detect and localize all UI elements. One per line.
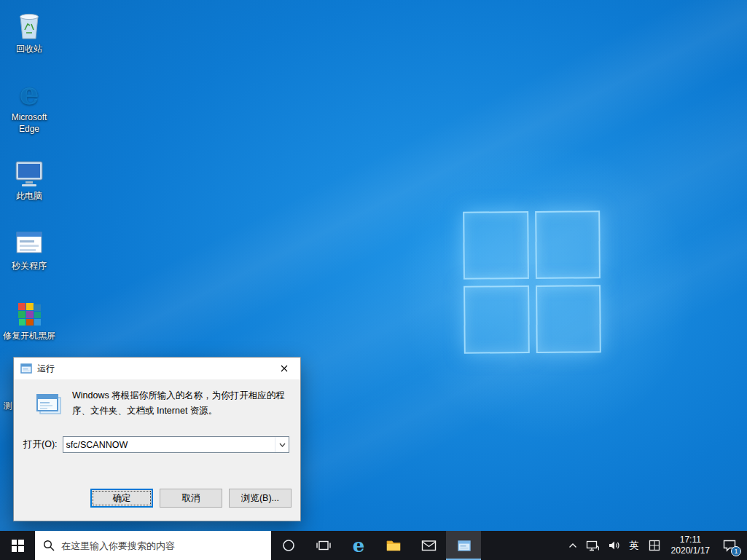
desktop-icon-recycle-bin[interactable]: 回收站 xyxy=(1,9,57,55)
windows-logo-pane xyxy=(463,211,528,280)
clock-time: 17:11 xyxy=(680,535,701,545)
edge-icon: e xyxy=(1,77,57,109)
combobox-dropdown-button[interactable] xyxy=(275,437,289,452)
task-view-icon xyxy=(316,539,332,552)
cancel-button[interactable]: 取消 xyxy=(160,489,222,508)
desktop-icon-label: 秒关程序 xyxy=(1,261,57,272)
cortana-icon xyxy=(282,539,295,552)
taskbar-clock[interactable]: 17:11 2020/1/17 xyxy=(665,531,716,560)
speaker-icon xyxy=(608,540,620,551)
windows-start-icon xyxy=(12,540,24,552)
folder-icon xyxy=(386,539,402,552)
taskbar: e xyxy=(0,531,747,560)
chevron-up-icon xyxy=(568,543,577,548)
run-command-icon xyxy=(34,393,63,417)
task-view-button[interactable] xyxy=(306,531,341,560)
network-tray-button[interactable] xyxy=(582,531,603,560)
ok-button[interactable]: 确定 xyxy=(90,489,153,508)
clock-date: 2020/1/17 xyxy=(671,545,710,556)
computer-icon xyxy=(1,156,57,188)
recycle-bin-icon xyxy=(1,9,57,41)
desktop-icon-label: 此电脑 xyxy=(1,191,57,202)
edge-icon: e xyxy=(353,536,365,555)
file-explorer-button[interactable] xyxy=(376,531,411,560)
taskbar-search[interactable] xyxy=(35,531,271,560)
run-dialog-icon xyxy=(20,363,32,374)
cortana-button[interactable] xyxy=(271,531,306,560)
desktop-icon-microsoft-edge[interactable]: e Microsoft Edge xyxy=(1,77,57,135)
run-dialog-titlebar[interactable]: 运行 xyxy=(14,358,300,379)
desktop-icon-label: 回收站 xyxy=(1,44,57,55)
language-indicator[interactable]: 英 xyxy=(625,531,644,560)
run-dialog-description: Windows 将根据你所输入的名称，为你打开相应的程序、文件夹、文档或 Int… xyxy=(72,388,292,418)
windows-logo-pane xyxy=(536,285,601,353)
search-input[interactable] xyxy=(61,540,271,551)
run-app-icon xyxy=(455,539,472,553)
action-center-button[interactable]: 1 xyxy=(716,531,746,560)
notification-badge: 1 xyxy=(731,546,741,556)
desktop-icon-this-pc[interactable]: 此电脑 xyxy=(1,156,57,202)
tray-overflow-button[interactable] xyxy=(564,531,582,560)
network-icon xyxy=(586,540,599,551)
chevron-down-icon xyxy=(279,443,286,447)
mail-icon xyxy=(421,540,437,551)
ime-grid-icon xyxy=(649,540,660,551)
ime-mode-button[interactable] xyxy=(644,531,665,560)
program-window-icon xyxy=(1,226,57,258)
browse-button[interactable]: 浏览(B)... xyxy=(229,489,292,508)
run-dialog: 运行 Windows 将根据你所输入的名称，为你打开相应的程序、文件夹、文档或 … xyxy=(13,357,301,521)
desktop-icon-label: 修复开机黑屏 xyxy=(1,331,57,342)
volume-tray-button[interactable] xyxy=(603,531,625,560)
open-input[interactable] xyxy=(63,438,275,451)
windows-logo-pane xyxy=(464,285,529,354)
close-button[interactable] xyxy=(267,358,300,379)
run-app-taskbar-button[interactable] xyxy=(446,531,481,560)
system-tray: 英 17:11 2020/1/17 1 xyxy=(564,531,747,560)
desktop-icon-quick-close-app[interactable]: 秒关程序 xyxy=(1,226,57,272)
edge-taskbar-button[interactable]: e xyxy=(341,531,376,560)
windows-logo-pane xyxy=(535,210,601,279)
open-combobox[interactable] xyxy=(63,436,289,453)
open-field-label: 打开(O): xyxy=(23,438,58,451)
mosaic-cube-icon xyxy=(1,296,57,328)
mail-button[interactable] xyxy=(411,531,446,560)
start-button[interactable] xyxy=(0,531,35,560)
windows-logo-wallpaper xyxy=(463,210,601,354)
dialog-title: 运行 xyxy=(37,363,55,375)
desktop-icon-label: Microsoft Edge xyxy=(1,112,57,135)
desktop-icon-fix-black-screen[interactable]: 修复开机黑屏 xyxy=(1,296,57,342)
search-icon xyxy=(43,540,55,551)
close-icon xyxy=(281,365,288,372)
